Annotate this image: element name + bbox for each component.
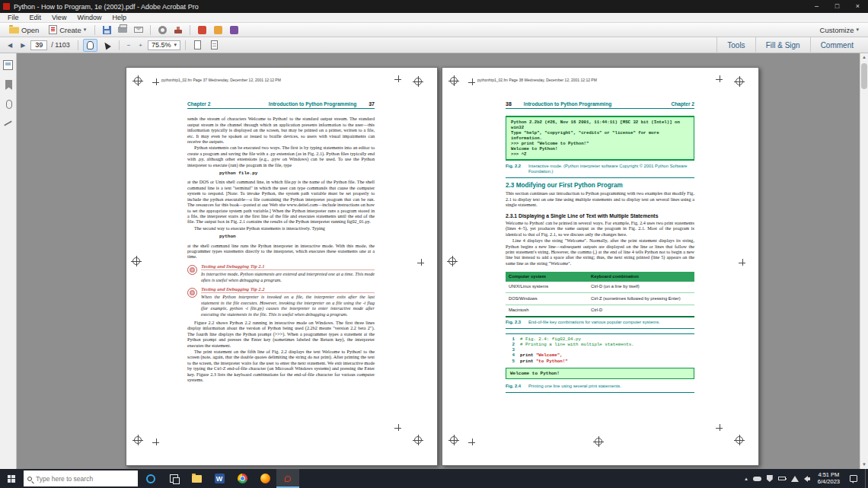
single-page-icon: [194, 40, 201, 49]
stamp-button[interactable]: [171, 24, 185, 36]
taskbar-clock[interactable]: 4:51 PM 6/4/2023: [815, 472, 842, 485]
highlight-button[interactable]: [211, 24, 225, 36]
menu-help[interactable]: Help: [107, 14, 132, 21]
taskbar-search-box[interactable]: [24, 470, 138, 486]
crop-mark: [152, 439, 159, 445]
page-38-content: 38 Introduction to Python Programming Ch…: [506, 101, 694, 397]
chrome-button[interactable]: [231, 469, 254, 488]
page-thumbnails-icon[interactable]: [3, 60, 13, 70]
paragraph: Figure 2.2 shows Python 2.2 running in i…: [187, 320, 375, 348]
tip-title: Testing and Debugging Tip 2.1: [201, 263, 375, 270]
create-label: Create: [59, 26, 81, 34]
figure-2-4-caption: Fig. 2.4 Printing one line using several…: [506, 384, 694, 393]
attachments-icon[interactable]: [6, 100, 12, 109]
acrobat-taskbar-button[interactable]: [276, 469, 299, 488]
testing-tip-2-1: Testing and Debugging Tip 2.1 In interac…: [187, 263, 375, 282]
page-number-input[interactable]: [30, 40, 47, 50]
paragraph: The second way to execute Python stateme…: [187, 225, 375, 231]
menu-view[interactable]: View: [46, 14, 72, 21]
page-count-label: / 1103: [51, 41, 69, 49]
tab-tools[interactable]: Tools: [716, 37, 755, 53]
firefox-button[interactable]: [254, 469, 276, 488]
tip-title: Testing and Debugging Tip 2.2: [201, 286, 375, 293]
signatures-icon[interactable]: [3, 119, 13, 129]
start-button[interactable]: [0, 469, 22, 488]
email-button[interactable]: [132, 24, 145, 36]
registration-mark: [448, 257, 456, 265]
firefox-icon: [260, 474, 270, 483]
tab-comment[interactable]: Comment: [810, 37, 863, 53]
create-button[interactable]: Create ▾: [45, 24, 90, 35]
pdf-page-37[interactable]: pythonhtp1_02.fm Page 37 Wednesday, Dece…: [126, 67, 438, 466]
network-icon[interactable]: [791, 476, 799, 482]
hand-icon: [87, 41, 94, 49]
select-tool-button[interactable]: [100, 39, 114, 52]
menu-edit[interactable]: Edit: [24, 14, 47, 21]
volume-icon[interactable]: [804, 476, 810, 482]
next-page-button[interactable]: ▶: [18, 40, 28, 50]
single-page-view-button[interactable]: [190, 39, 205, 52]
forms-button[interactable]: [227, 24, 241, 36]
tab-fill-sign[interactable]: Fill & Sign: [755, 37, 810, 53]
paragraph: This section continues our introduction …: [506, 190, 694, 207]
forms-icon: [230, 26, 238, 34]
minimize-button[interactable]: –: [806, 0, 827, 13]
chevron-down-icon: ▾: [84, 27, 87, 33]
open-button[interactable]: Open: [5, 25, 43, 35]
menu-window[interactable]: Window: [72, 14, 107, 21]
search-input[interactable]: [36, 475, 126, 483]
vertical-scrollbar[interactable]: ▲ ▼: [860, 53, 868, 469]
maximize-button[interactable]: □: [827, 0, 847, 13]
scroll-down-button[interactable]: ▼: [860, 461, 868, 469]
hand-tool-button[interactable]: [83, 39, 97, 52]
previous-page-button[interactable]: ◀: [5, 40, 15, 50]
table-header-row: Computer system Keyboard combination: [506, 272, 694, 281]
customize-button[interactable]: Customize ▾: [816, 25, 863, 35]
zoom-out-button[interactable]: −: [124, 40, 134, 50]
open-folder-icon: [9, 27, 19, 33]
session-line: Python 2.2b2 (#26, Nov 16 2001, 11:44:11…: [511, 120, 689, 125]
action-center-icon[interactable]: [850, 475, 857, 482]
crop-mark: [417, 259, 424, 266]
column-header: Keyboard combination: [591, 274, 691, 279]
tip-body: In interactive mode, Python statements a…: [201, 271, 375, 282]
zoom-in-button[interactable]: +: [136, 40, 145, 50]
print-button[interactable]: [116, 24, 129, 36]
table-cell: Ctrl-D: [591, 308, 691, 313]
figure-label: Fig. 2.3: [506, 320, 524, 325]
word-button[interactable]: W: [208, 469, 231, 488]
close-button[interactable]: ×: [847, 0, 868, 13]
table-cell: Ctrl-D (on a line by itself): [591, 284, 691, 289]
menu-file[interactable]: File: [2, 14, 24, 21]
cortana-button[interactable]: [139, 469, 162, 488]
acrobat-logo-icon: [3, 3, 10, 10]
toolbar-separator: [94, 25, 95, 35]
registration-mark: [132, 257, 140, 265]
document-canvas[interactable]: pythonhtp1_02.fm Page 37 Wednesday, Dece…: [17, 53, 860, 469]
security-shield-icon[interactable]: [767, 475, 773, 482]
export-pdf-button[interactable]: [195, 24, 209, 36]
scrollbar-thumb[interactable]: [861, 63, 867, 89]
scroll-up-button[interactable]: ▲: [860, 53, 868, 62]
hidden-icons-chevron[interactable]: ▴: [745, 476, 748, 482]
onedrive-icon[interactable]: [753, 477, 761, 481]
crop-mark: [716, 424, 723, 431]
crop-mark: [468, 439, 475, 445]
table-row: UNIX/Linux systems Ctrl-D (on a line by …: [506, 282, 694, 293]
battery-icon[interactable]: [778, 477, 786, 480]
pdf-page-38[interactable]: pythonhtp1_02.fm Page 38 Wednesday, Dece…: [442, 67, 759, 466]
page-number: 38: [506, 101, 512, 107]
show-desktop-button[interactable]: [865, 469, 868, 488]
continuous-scroll-view-button[interactable]: [207, 39, 222, 52]
bookmarks-icon[interactable]: [5, 80, 12, 90]
zoom-level-dropdown[interactable]: 75.5% ▾: [148, 40, 180, 50]
save-button[interactable]: [100, 24, 113, 36]
registration-mark: [595, 438, 602, 445]
inline-code: python file.py: [219, 171, 375, 176]
task-view-button[interactable]: [162, 469, 185, 488]
settings-button[interactable]: [155, 24, 169, 36]
line-number: 3: [506, 347, 515, 352]
table-cell: DOS/Windows: [509, 296, 591, 301]
file-explorer-button[interactable]: [185, 469, 208, 488]
toolbar-separator: [150, 25, 151, 35]
